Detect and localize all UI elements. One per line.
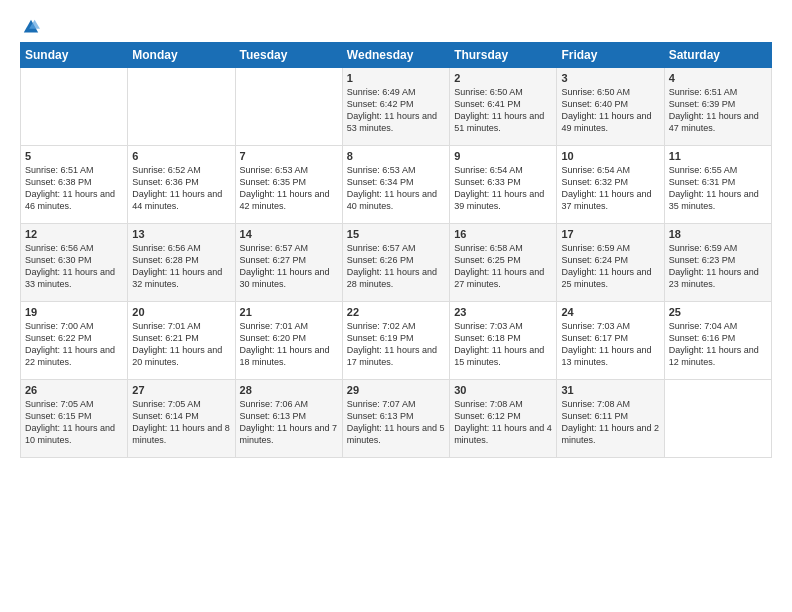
- calendar-cell: 17Sunrise: 6:59 AM Sunset: 6:24 PM Dayli…: [557, 224, 664, 302]
- day-number: 31: [561, 384, 659, 396]
- calendar-week-row: 1Sunrise: 6:49 AM Sunset: 6:42 PM Daylig…: [21, 68, 772, 146]
- day-info: Sunrise: 6:57 AM Sunset: 6:26 PM Dayligh…: [347, 242, 445, 291]
- calendar-week-row: 19Sunrise: 7:00 AM Sunset: 6:22 PM Dayli…: [21, 302, 772, 380]
- day-number: 15: [347, 228, 445, 240]
- day-info: Sunrise: 6:54 AM Sunset: 6:32 PM Dayligh…: [561, 164, 659, 213]
- calendar-cell: [128, 68, 235, 146]
- weekday-header: Friday: [557, 43, 664, 68]
- calendar-cell: 22Sunrise: 7:02 AM Sunset: 6:19 PM Dayli…: [342, 302, 449, 380]
- day-info: Sunrise: 6:55 AM Sunset: 6:31 PM Dayligh…: [669, 164, 767, 213]
- day-number: 24: [561, 306, 659, 318]
- calendar-cell: 8Sunrise: 6:53 AM Sunset: 6:34 PM Daylig…: [342, 146, 449, 224]
- calendar-cell: 16Sunrise: 6:58 AM Sunset: 6:25 PM Dayli…: [450, 224, 557, 302]
- calendar-week-row: 5Sunrise: 6:51 AM Sunset: 6:38 PM Daylig…: [21, 146, 772, 224]
- weekday-header: Saturday: [664, 43, 771, 68]
- calendar-cell: 2Sunrise: 6:50 AM Sunset: 6:41 PM Daylig…: [450, 68, 557, 146]
- day-info: Sunrise: 6:56 AM Sunset: 6:30 PM Dayligh…: [25, 242, 123, 291]
- calendar-week-row: 26Sunrise: 7:05 AM Sunset: 6:15 PM Dayli…: [21, 380, 772, 458]
- day-number: 4: [669, 72, 767, 84]
- calendar: SundayMondayTuesdayWednesdayThursdayFrid…: [20, 42, 772, 458]
- calendar-cell: 21Sunrise: 7:01 AM Sunset: 6:20 PM Dayli…: [235, 302, 342, 380]
- calendar-cell: 6Sunrise: 6:52 AM Sunset: 6:36 PM Daylig…: [128, 146, 235, 224]
- day-number: 12: [25, 228, 123, 240]
- day-info: Sunrise: 7:05 AM Sunset: 6:14 PM Dayligh…: [132, 398, 230, 447]
- day-info: Sunrise: 6:56 AM Sunset: 6:28 PM Dayligh…: [132, 242, 230, 291]
- day-number: 25: [669, 306, 767, 318]
- header: [20, 18, 772, 32]
- calendar-body: 1Sunrise: 6:49 AM Sunset: 6:42 PM Daylig…: [21, 68, 772, 458]
- day-info: Sunrise: 6:54 AM Sunset: 6:33 PM Dayligh…: [454, 164, 552, 213]
- page: SundayMondayTuesdayWednesdayThursdayFrid…: [0, 0, 792, 612]
- calendar-cell: 10Sunrise: 6:54 AM Sunset: 6:32 PM Dayli…: [557, 146, 664, 224]
- day-info: Sunrise: 7:06 AM Sunset: 6:13 PM Dayligh…: [240, 398, 338, 447]
- logo: [20, 18, 40, 32]
- day-info: Sunrise: 7:02 AM Sunset: 6:19 PM Dayligh…: [347, 320, 445, 369]
- logo-icon: [22, 18, 40, 36]
- day-info: Sunrise: 6:52 AM Sunset: 6:36 PM Dayligh…: [132, 164, 230, 213]
- calendar-cell: 9Sunrise: 6:54 AM Sunset: 6:33 PM Daylig…: [450, 146, 557, 224]
- calendar-cell: 27Sunrise: 7:05 AM Sunset: 6:14 PM Dayli…: [128, 380, 235, 458]
- calendar-cell: 28Sunrise: 7:06 AM Sunset: 6:13 PM Dayli…: [235, 380, 342, 458]
- weekday-header: Monday: [128, 43, 235, 68]
- calendar-cell: 11Sunrise: 6:55 AM Sunset: 6:31 PM Dayli…: [664, 146, 771, 224]
- day-number: 22: [347, 306, 445, 318]
- day-number: 9: [454, 150, 552, 162]
- calendar-cell: 15Sunrise: 6:57 AM Sunset: 6:26 PM Dayli…: [342, 224, 449, 302]
- day-info: Sunrise: 7:01 AM Sunset: 6:21 PM Dayligh…: [132, 320, 230, 369]
- day-number: 5: [25, 150, 123, 162]
- calendar-cell: 25Sunrise: 7:04 AM Sunset: 6:16 PM Dayli…: [664, 302, 771, 380]
- day-number: 23: [454, 306, 552, 318]
- day-info: Sunrise: 6:51 AM Sunset: 6:39 PM Dayligh…: [669, 86, 767, 135]
- calendar-cell: 30Sunrise: 7:08 AM Sunset: 6:12 PM Dayli…: [450, 380, 557, 458]
- calendar-cell: 3Sunrise: 6:50 AM Sunset: 6:40 PM Daylig…: [557, 68, 664, 146]
- day-info: Sunrise: 6:53 AM Sunset: 6:35 PM Dayligh…: [240, 164, 338, 213]
- calendar-cell: 14Sunrise: 6:57 AM Sunset: 6:27 PM Dayli…: [235, 224, 342, 302]
- day-info: Sunrise: 6:59 AM Sunset: 6:24 PM Dayligh…: [561, 242, 659, 291]
- day-info: Sunrise: 7:03 AM Sunset: 6:18 PM Dayligh…: [454, 320, 552, 369]
- calendar-cell: 4Sunrise: 6:51 AM Sunset: 6:39 PM Daylig…: [664, 68, 771, 146]
- day-number: 2: [454, 72, 552, 84]
- day-info: Sunrise: 6:50 AM Sunset: 6:40 PM Dayligh…: [561, 86, 659, 135]
- weekday-header: Sunday: [21, 43, 128, 68]
- day-info: Sunrise: 7:00 AM Sunset: 6:22 PM Dayligh…: [25, 320, 123, 369]
- calendar-cell: 26Sunrise: 7:05 AM Sunset: 6:15 PM Dayli…: [21, 380, 128, 458]
- day-number: 20: [132, 306, 230, 318]
- day-number: 1: [347, 72, 445, 84]
- day-number: 30: [454, 384, 552, 396]
- weekday-header: Thursday: [450, 43, 557, 68]
- day-info: Sunrise: 6:51 AM Sunset: 6:38 PM Dayligh…: [25, 164, 123, 213]
- day-info: Sunrise: 6:49 AM Sunset: 6:42 PM Dayligh…: [347, 86, 445, 135]
- calendar-cell: 12Sunrise: 6:56 AM Sunset: 6:30 PM Dayli…: [21, 224, 128, 302]
- day-info: Sunrise: 6:57 AM Sunset: 6:27 PM Dayligh…: [240, 242, 338, 291]
- day-number: 27: [132, 384, 230, 396]
- day-number: 16: [454, 228, 552, 240]
- calendar-cell: 19Sunrise: 7:00 AM Sunset: 6:22 PM Dayli…: [21, 302, 128, 380]
- day-info: Sunrise: 7:04 AM Sunset: 6:16 PM Dayligh…: [669, 320, 767, 369]
- day-info: Sunrise: 7:07 AM Sunset: 6:13 PM Dayligh…: [347, 398, 445, 447]
- day-number: 7: [240, 150, 338, 162]
- weekday-header: Wednesday: [342, 43, 449, 68]
- day-number: 21: [240, 306, 338, 318]
- day-number: 26: [25, 384, 123, 396]
- day-info: Sunrise: 7:01 AM Sunset: 6:20 PM Dayligh…: [240, 320, 338, 369]
- calendar-cell: 29Sunrise: 7:07 AM Sunset: 6:13 PM Dayli…: [342, 380, 449, 458]
- day-number: 10: [561, 150, 659, 162]
- calendar-cell: 20Sunrise: 7:01 AM Sunset: 6:21 PM Dayli…: [128, 302, 235, 380]
- day-number: 14: [240, 228, 338, 240]
- day-number: 29: [347, 384, 445, 396]
- day-info: Sunrise: 7:08 AM Sunset: 6:12 PM Dayligh…: [454, 398, 552, 447]
- calendar-cell: [21, 68, 128, 146]
- calendar-cell: 13Sunrise: 6:56 AM Sunset: 6:28 PM Dayli…: [128, 224, 235, 302]
- day-number: 8: [347, 150, 445, 162]
- day-info: Sunrise: 6:58 AM Sunset: 6:25 PM Dayligh…: [454, 242, 552, 291]
- calendar-cell: 1Sunrise: 6:49 AM Sunset: 6:42 PM Daylig…: [342, 68, 449, 146]
- calendar-cell: 23Sunrise: 7:03 AM Sunset: 6:18 PM Dayli…: [450, 302, 557, 380]
- calendar-cell: 5Sunrise: 6:51 AM Sunset: 6:38 PM Daylig…: [21, 146, 128, 224]
- day-info: Sunrise: 6:53 AM Sunset: 6:34 PM Dayligh…: [347, 164, 445, 213]
- calendar-cell: 7Sunrise: 6:53 AM Sunset: 6:35 PM Daylig…: [235, 146, 342, 224]
- calendar-cell: 31Sunrise: 7:08 AM Sunset: 6:11 PM Dayli…: [557, 380, 664, 458]
- day-number: 6: [132, 150, 230, 162]
- day-info: Sunrise: 7:03 AM Sunset: 6:17 PM Dayligh…: [561, 320, 659, 369]
- day-info: Sunrise: 6:59 AM Sunset: 6:23 PM Dayligh…: [669, 242, 767, 291]
- calendar-week-row: 12Sunrise: 6:56 AM Sunset: 6:30 PM Dayli…: [21, 224, 772, 302]
